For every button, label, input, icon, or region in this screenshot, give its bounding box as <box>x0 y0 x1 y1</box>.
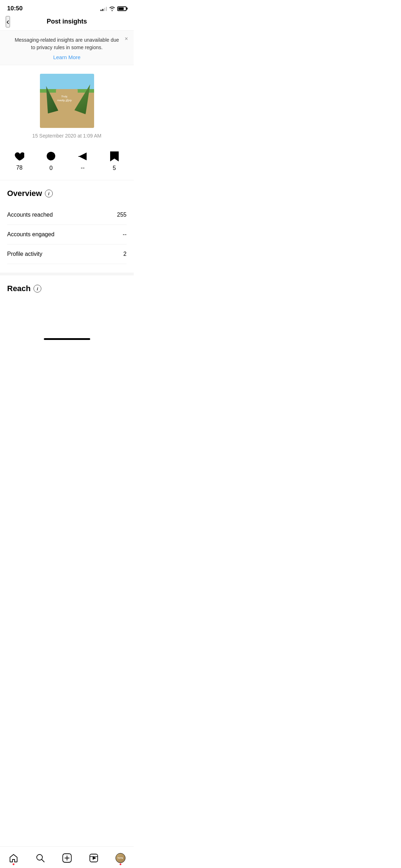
bottom-spacer <box>0 300 134 336</box>
svg-rect-3 <box>78 156 83 157</box>
likes-stat: 78 <box>7 152 32 171</box>
header: ‹ Post insights <box>0 14 134 31</box>
post-image-bg <box>40 74 94 128</box>
accounts-reached-row: Accounts reached 255 <box>7 205 127 225</box>
learn-more-link[interactable]: Learn More <box>53 54 81 60</box>
likes-value: 78 <box>16 165 22 171</box>
overview-header: Overview i <box>7 189 127 198</box>
profile-activity-value: 2 <box>123 251 127 257</box>
saves-value: 5 <box>113 165 116 171</box>
status-time: 10:50 <box>7 5 22 12</box>
home-indicator <box>44 338 90 340</box>
signal-bars-icon <box>101 6 107 11</box>
comment-icon <box>46 151 56 163</box>
svg-marker-4 <box>110 151 119 161</box>
profile-activity-label: Profile activity <box>7 251 42 257</box>
comments-stat: 0 <box>38 151 63 171</box>
svg-point-0 <box>47 152 55 160</box>
status-bar: 10:50 <box>0 0 134 14</box>
post-thumbnail <box>40 74 94 128</box>
overview-section: Overview i Accounts reached 255 Accounts… <box>0 180 134 264</box>
wifi-icon <box>109 6 115 11</box>
reach-section: Reach i <box>0 275 134 293</box>
accounts-engaged-label: Accounts engaged <box>7 231 55 238</box>
palm-left-decoration <box>41 85 58 114</box>
back-button[interactable]: ‹ <box>6 16 10 27</box>
status-icons <box>101 6 127 11</box>
accounts-engaged-value: -- <box>123 231 127 238</box>
accounts-reached-label: Accounts reached <box>7 212 53 218</box>
comments-value: 0 <box>50 165 53 171</box>
accounts-engaged-row: Accounts engaged -- <box>7 225 127 244</box>
heart-icon <box>14 152 24 162</box>
privacy-banner: × Messaging-related insights are unavail… <box>0 31 134 65</box>
shares-stat: -- <box>70 152 95 171</box>
banner-message: Messaging-related insights are unavailab… <box>7 36 127 51</box>
post-section: 15 September 2020 at 1:09 AM <box>0 65 134 144</box>
post-date: 15 September 2020 at 1:09 AM <box>32 133 102 139</box>
page-title: Post insights <box>47 18 87 25</box>
shares-value: -- <box>81 165 85 171</box>
accounts-reached-value: 255 <box>117 212 127 218</box>
stats-row: 78 0 -- 5 <box>0 144 134 180</box>
reach-info-button[interactable]: i <box>34 285 41 293</box>
reach-header: Reach i <box>7 284 127 293</box>
reach-title: Reach <box>7 284 31 293</box>
overview-info-button[interactable]: i <box>45 190 53 197</box>
bookmark-icon <box>110 151 119 163</box>
palm-right-decoration <box>74 82 94 114</box>
banner-close-button[interactable]: × <box>125 36 128 42</box>
saves-stat: 5 <box>102 151 127 171</box>
overview-title: Overview <box>7 189 42 198</box>
battery-icon <box>117 6 127 11</box>
profile-activity-row: Profile activity 2 <box>7 244 127 264</box>
section-divider <box>0 273 134 275</box>
share-icon <box>78 152 87 162</box>
